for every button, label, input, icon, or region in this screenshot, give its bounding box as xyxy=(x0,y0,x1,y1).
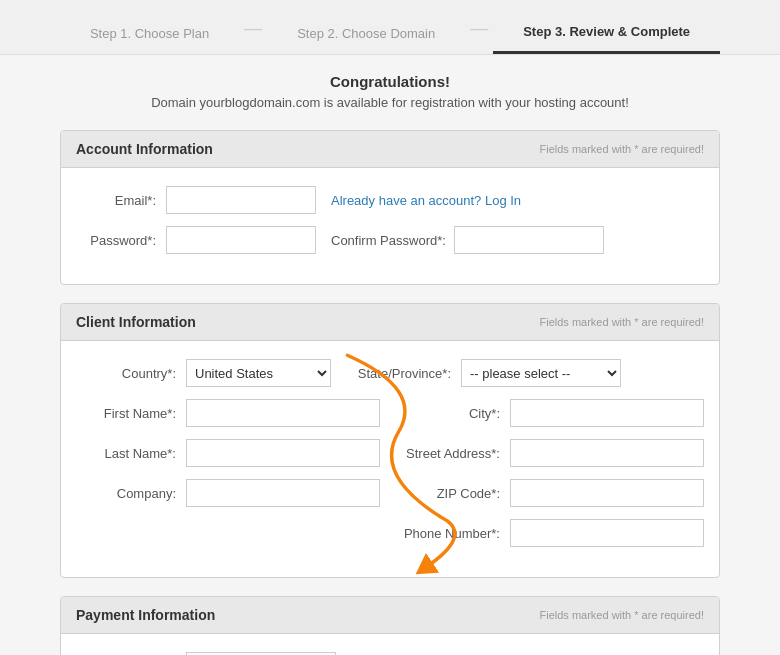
client-title: Client Information xyxy=(76,314,196,330)
step-1-separator: — xyxy=(244,18,262,51)
password-label: Password*: xyxy=(76,233,156,248)
city-input[interactable] xyxy=(510,399,704,427)
email-row: Email*: Already have an account? Log In xyxy=(76,186,704,214)
step-2-label: Step 2. Choose Domain xyxy=(297,26,435,41)
phone-input[interactable] xyxy=(510,519,704,547)
city-label: City*: xyxy=(400,406,500,421)
email-input[interactable] xyxy=(166,186,316,214)
step-3-label: Step 3. Review & Complete xyxy=(523,24,690,39)
zip-label: ZIP Code*: xyxy=(400,486,500,501)
firstname-label: First Name*: xyxy=(76,406,176,421)
client-grid: First Name*: Last Name*: Company: xyxy=(76,399,704,559)
account-header: Account Information Fields marked with *… xyxy=(61,131,719,168)
password-row: Password*: Confirm Password*: xyxy=(76,226,704,254)
congrats-section: Congratulations! Domain yourblogdomain.c… xyxy=(60,73,720,110)
step-1-label: Step 1. Choose Plan xyxy=(90,26,209,41)
account-body: Email*: Already have an account? Log In … xyxy=(61,168,719,284)
client-body: Country*: United States Canada United Ki… xyxy=(61,341,719,577)
zip-input[interactable] xyxy=(510,479,704,507)
firstname-input[interactable] xyxy=(186,399,380,427)
phone-label: Phone Number*: xyxy=(400,526,500,541)
confirm-input[interactable] xyxy=(454,226,604,254)
client-required: Fields marked with * are required! xyxy=(540,316,704,328)
state-label: State/Province*: xyxy=(351,366,451,381)
company-label: Company: xyxy=(76,486,176,501)
payment-title: Payment Information xyxy=(76,607,215,623)
account-section: Account Information Fields marked with *… xyxy=(60,130,720,285)
client-left-col: First Name*: Last Name*: Company: xyxy=(76,399,380,559)
country-select[interactable]: United States Canada United Kingdom xyxy=(186,359,331,387)
street-input[interactable] xyxy=(510,439,704,467)
company-input[interactable] xyxy=(186,479,380,507)
lastname-field: Last Name*: xyxy=(76,439,380,467)
congrats-text: Domain yourblogdomain.com is available f… xyxy=(60,95,720,110)
zip-field: ZIP Code*: xyxy=(400,479,704,507)
client-section: Client Information Fields marked with * … xyxy=(60,303,720,578)
account-required: Fields marked with * are required! xyxy=(540,143,704,155)
step-1[interactable]: Step 1. Choose Plan xyxy=(60,16,239,53)
lastname-input[interactable] xyxy=(186,439,380,467)
client-right-col: City*: Street Address*: ZIP Code*: xyxy=(400,399,704,559)
step-2-separator: — xyxy=(470,18,488,51)
step-2[interactable]: Step 2. Choose Domain xyxy=(267,16,465,53)
payment-header: Payment Information Fields marked with *… xyxy=(61,597,719,634)
country-label: Country*: xyxy=(76,366,176,381)
client-header: Client Information Fields marked with * … xyxy=(61,304,719,341)
account-title: Account Information xyxy=(76,141,213,157)
main-content: Congratulations! Domain yourblogdomain.c… xyxy=(40,55,740,655)
company-field: Company: xyxy=(76,479,380,507)
state-select[interactable]: -- please select -- xyxy=(461,359,621,387)
country-state-row: Country*: United States Canada United Ki… xyxy=(76,359,704,387)
steps-header: Step 1. Choose Plan — Step 2. Choose Dom… xyxy=(0,0,780,55)
city-field: City*: xyxy=(400,399,704,427)
firstname-field: First Name*: xyxy=(76,399,380,427)
payment-required: Fields marked with * are required! xyxy=(540,609,704,621)
lastname-label: Last Name*: xyxy=(76,446,176,461)
password-input[interactable] xyxy=(166,226,316,254)
page-wrapper: Step 1. Choose Plan — Step 2. Choose Dom… xyxy=(0,0,780,655)
confirm-label: Confirm Password*: xyxy=(331,233,446,248)
congrats-title: Congratulations! xyxy=(60,73,720,90)
email-label: Email*: xyxy=(76,193,156,208)
phone-field: Phone Number*: xyxy=(400,519,704,547)
street-label: Street Address*: xyxy=(400,446,500,461)
street-field: Street Address*: xyxy=(400,439,704,467)
login-link[interactable]: Already have an account? Log In xyxy=(331,193,521,208)
payment-body: Card Number*: VISA DISCOVER Card Expirat… xyxy=(61,634,719,655)
step-3[interactable]: Step 3. Review & Complete xyxy=(493,14,720,54)
payment-section: Payment Information Fields marked with *… xyxy=(60,596,720,655)
